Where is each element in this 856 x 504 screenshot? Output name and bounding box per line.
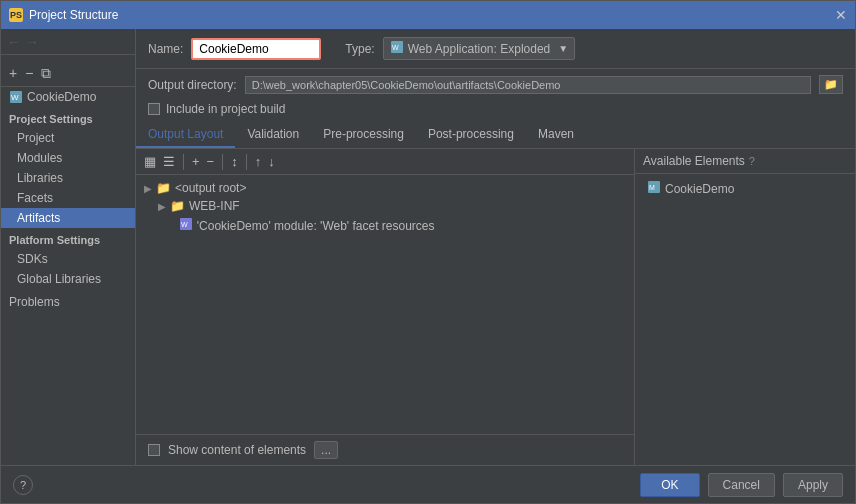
type-select[interactable]: W Web Application: Exploded ▼ [383, 37, 575, 60]
sidebar-item-artifacts[interactable]: Artifacts [1, 208, 135, 228]
more-options-button[interactable]: ... [314, 441, 338, 459]
dialog-icon: PS [9, 8, 23, 22]
artifact-label: CookieDemo [27, 90, 96, 104]
project-structure-dialog: PS Project Structure ✕ ← → + − ⧉ [0, 0, 856, 504]
svg-text:M: M [649, 184, 655, 191]
available-panel: Available Elements ? M CookieDemo [635, 149, 855, 465]
output-dir-row: Output directory: 📁 [136, 69, 855, 100]
browse-button[interactable]: 📁 [819, 75, 843, 94]
artifact-header: Name: Type: W Web Application: Exploded … [136, 29, 855, 69]
sort-button[interactable]: ↕ [229, 155, 240, 168]
available-content: M CookieDemo [635, 174, 855, 465]
sidebar-nav: + − ⧉ W CookieDemo Project Settings [1, 55, 135, 465]
show-content-label: Show content of elements [168, 443, 306, 457]
type-label: Type: [345, 42, 374, 56]
available-title: Available Elements ? [635, 149, 855, 174]
toolbar-separator-2 [222, 154, 223, 170]
toolbar-separator [183, 154, 184, 170]
available-help-icon[interactable]: ? [749, 155, 755, 167]
available-item-cookiedemo[interactable]: M CookieDemo [643, 178, 847, 199]
artifact-icon: W [9, 90, 23, 104]
expand-arrow-web-inf: ▶ [158, 201, 166, 212]
tab-post-processing[interactable]: Post-processing [416, 122, 526, 148]
main-content: ← → + − ⧉ W [1, 29, 855, 465]
title-bar-left: PS Project Structure [9, 8, 118, 22]
remove-artifact-button[interactable]: − [23, 66, 35, 80]
sidebar-item-sdks[interactable]: SDKs [1, 249, 135, 269]
copy-artifact-button[interactable]: ⧉ [39, 66, 53, 80]
apply-button[interactable]: Apply [783, 473, 843, 497]
sidebar: ← → + − ⧉ W [1, 29, 136, 465]
output-dir-label: Output directory: [148, 78, 237, 92]
include-row: Include in project build [136, 100, 855, 122]
move-down-button[interactable]: ↓ [266, 155, 277, 168]
include-label: Include in project build [166, 102, 285, 116]
name-label: Name: [148, 42, 183, 56]
back-button[interactable]: ← [7, 35, 21, 49]
footer-left: ? [13, 475, 33, 495]
tree-panel: ▦ ☰ + − ↕ ↑ ↓ ▶ [136, 149, 635, 465]
include-checkbox[interactable] [148, 103, 160, 115]
tree-item-web-inf[interactable]: ▶ 📁 WEB-INF [150, 197, 634, 215]
type-dropdown-arrow: ▼ [558, 43, 568, 54]
svg-text:W: W [392, 44, 399, 51]
tabs-bar: Output Layout Validation Pre-processing … [136, 122, 855, 149]
footer: ? OK Cancel Apply [1, 465, 855, 503]
tree-content: ▶ 📁 <output root> ▶ 📁 WEB-INF [136, 175, 634, 434]
tab-pre-processing[interactable]: Pre-processing [311, 122, 416, 148]
add-artifact-button[interactable]: + [7, 66, 19, 80]
close-button[interactable]: ✕ [835, 8, 847, 22]
expand-arrow-output-root: ▶ [144, 183, 152, 194]
sidebar-item-modules[interactable]: Modules [1, 148, 135, 168]
tab-maven[interactable]: Maven [526, 122, 586, 148]
show-content-checkbox[interactable] [148, 444, 160, 456]
sidebar-item-problems[interactable]: Problems [1, 289, 135, 312]
module-icon-cookiedemo: M [647, 180, 661, 197]
bottom-bar: Show content of elements ... [136, 434, 634, 465]
sidebar-item-global-libraries[interactable]: Global Libraries [1, 269, 135, 289]
sidebar-item-libraries[interactable]: Libraries [1, 168, 135, 188]
footer-right: OK Cancel Apply [640, 473, 843, 497]
sidebar-item-project[interactable]: Project [1, 128, 135, 148]
move-up-button[interactable]: ↑ [253, 155, 264, 168]
dialog-title: Project Structure [29, 8, 118, 22]
cancel-button[interactable]: Cancel [708, 473, 775, 497]
tab-output-layout[interactable]: Output Layout [136, 122, 235, 148]
project-settings-title: Project Settings [1, 107, 135, 128]
tab-validation[interactable]: Validation [235, 122, 311, 148]
sidebar-item-facets[interactable]: Facets [1, 188, 135, 208]
folder-browse-icon: 📁 [824, 78, 838, 90]
sidebar-item-cookiedemo[interactable]: W CookieDemo [1, 87, 135, 107]
name-input[interactable] [191, 38, 321, 60]
type-icon: W [390, 40, 404, 57]
svg-text:W: W [11, 93, 19, 102]
nav-toolbar: ← → [1, 29, 135, 55]
forward-button[interactable]: → [25, 35, 39, 49]
folder-icon-web-inf: 📁 [170, 199, 185, 213]
web-icon-cookie-module: W [179, 217, 193, 234]
help-button[interactable]: ? [13, 475, 33, 495]
platform-settings-title: Platform Settings [1, 228, 135, 249]
tree-item-output-root[interactable]: ▶ 📁 <output root> [136, 179, 634, 197]
output-dir-input[interactable] [245, 76, 811, 94]
remove-element-button[interactable]: − [205, 155, 217, 168]
output-area: ▦ ☰ + − ↕ ↑ ↓ ▶ [136, 149, 855, 465]
type-value: Web Application: Exploded [408, 42, 551, 56]
svg-text:W: W [181, 221, 188, 228]
grid-view-button[interactable]: ▦ [142, 155, 158, 168]
toolbar-separator-3 [246, 154, 247, 170]
list-view-button[interactable]: ☰ [161, 155, 177, 168]
sidebar-toolbar: + − ⧉ [1, 59, 135, 87]
ok-button[interactable]: OK [640, 473, 699, 497]
tree-toolbar: ▦ ☰ + − ↕ ↑ ↓ [136, 149, 634, 175]
folder-icon-output-root: 📁 [156, 181, 171, 195]
add-element-button[interactable]: + [190, 155, 202, 168]
tree-item-cookie-module[interactable]: W 'CookieDemo' module: 'Web' facet resou… [164, 215, 634, 236]
title-bar: PS Project Structure ✕ [1, 1, 855, 29]
expand-arrow-cookie-module [172, 220, 175, 231]
right-panel: Name: Type: W Web Application: Exploded … [136, 29, 855, 465]
